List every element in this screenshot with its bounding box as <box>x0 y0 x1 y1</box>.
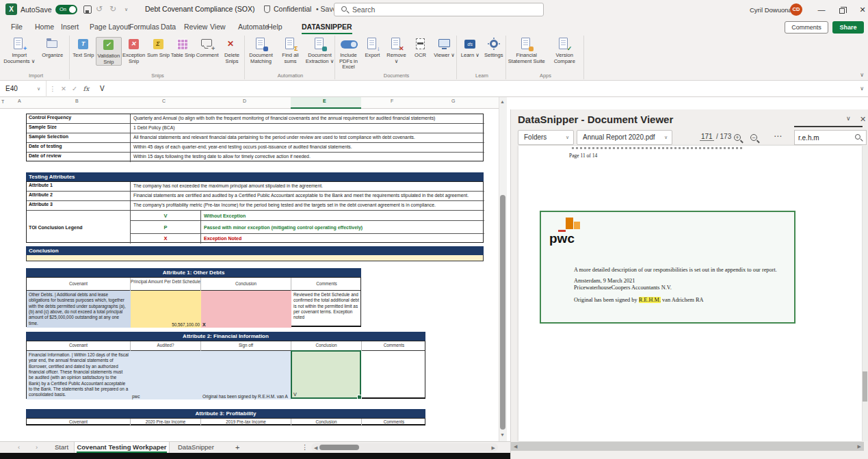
ribbon-comment-button[interactable]: +Comment <box>195 37 220 59</box>
attribute3-table-header[interactable]: Attribute 3: Profitability <box>26 409 425 418</box>
ribbon-validation-snip-button[interactable]: ✓Validation Snip <box>96 37 122 66</box>
zoom-out-icon[interactable]: − <box>750 134 757 141</box>
document-search-input[interactable] <box>798 132 853 143</box>
ribbon-settings-button[interactable]: Settings <box>482 37 506 59</box>
legend-symbol-cell[interactable]: P <box>131 221 201 234</box>
namebox-chevron-icon[interactable]: ∨ <box>37 81 40 97</box>
ribbon-find-all-sums-button[interactable]: ΣFind all sums <box>276 37 305 64</box>
column-header-C[interactable]: C <box>162 99 166 103</box>
comments-cell[interactable] <box>362 351 426 399</box>
share-button[interactable]: Share <box>832 21 864 34</box>
ribbon-tab-page-layout[interactable]: Page Layout <box>90 23 130 31</box>
column-header[interactable]: Sign off <box>201 341 291 351</box>
sheet-tab-start[interactable]: Start <box>55 443 68 451</box>
ribbon-exception-snip-button[interactable]: ✕Exception Snip <box>122 37 146 64</box>
info-label-cell[interactable]: Date of review <box>27 153 131 162</box>
pdf-horizontal-scrollbar[interactable]: ◀ ▶ <box>511 442 864 451</box>
ribbon-document-extraction-button[interactable]: Document Extraction ∨ <box>305 37 334 64</box>
prev-sheet-icon[interactable]: ‹ <box>18 443 20 451</box>
ribbon-organize-button[interactable]: Organize <box>36 37 70 59</box>
tabbar-dots-icon[interactable]: ⋮ <box>302 443 308 451</box>
legend-meaning-cell[interactable]: Passed with minor exception (mitigating … <box>201 221 484 234</box>
info-label-cell[interactable]: Control Frequency <box>27 114 131 124</box>
name-box[interactable]: E40∨ <box>0 81 47 97</box>
conclusion-cell[interactable]: X <box>201 291 291 328</box>
legend-symbol-cell[interactable]: X <box>131 234 201 244</box>
ribbon-tab-formulas[interactable]: Formulas <box>129 23 159 31</box>
panel-collapse-icon[interactable]: ∨ <box>846 115 851 122</box>
confirm-entry-icon[interactable]: ✓ <box>70 81 79 97</box>
expand-formula-bar-icon[interactable]: ∨ <box>860 81 864 97</box>
selected-cell-E40[interactable]: V <box>291 350 361 399</box>
column-header-E[interactable]: E <box>323 99 326 103</box>
ribbon-import-documents-button[interactable]: +Import Documents ∨ <box>3 37 36 64</box>
column-header[interactable]: Covenant <box>27 419 131 426</box>
attribute-label-cell[interactable]: Attribute 3 <box>27 201 131 211</box>
covenant-cell[interactable]: Other Debts. | Additional debts and leas… <box>27 291 131 328</box>
ribbon-ocr-button[interactable]: OCR <box>408 37 432 59</box>
ribbon-financial-statement-suite-button[interactable]: Financial Statement Suite <box>508 37 546 64</box>
info-value-cell[interactable]: All financial statements and relevant fi… <box>131 133 484 143</box>
ribbon-table-snip-button[interactable]: Table Snip <box>170 37 195 59</box>
covenant-cell[interactable]: Financial Information. | Within 120 days… <box>27 351 131 399</box>
column-header[interactable]: Comments <box>362 419 426 426</box>
redo-icon[interactable]: ↻ <box>109 4 116 14</box>
ribbon-tab-review[interactable]: Review <box>184 23 207 31</box>
sheet-hscroll-thumb[interactable] <box>319 445 359 450</box>
comments-button[interactable]: Comments <box>785 21 828 34</box>
document-dropdown[interactable]: Annual Report 2020.pdf∨ <box>577 130 672 145</box>
attribute1-table[interactable]: Covenant Principal Amount Per Debt Sched… <box>26 277 361 327</box>
testing-attributes-header[interactable]: Testing Attributes <box>26 172 484 181</box>
column-header[interactable]: Principal Amount Per Debt Schedule <box>131 278 201 291</box>
ribbon-version-compare-button[interactable]: ✓Version Compare <box>546 37 584 64</box>
undo-icon[interactable]: ↺ <box>96 4 103 14</box>
sensitivity-label[interactable]: Confidential <box>274 5 311 13</box>
column-header-G[interactable]: G <box>451 99 455 103</box>
next-sheet-icon[interactable]: › <box>36 443 38 451</box>
autosave-toggle[interactable]: On <box>55 5 77 14</box>
legend-label-cell[interactable]: TOI Conclusion Legend <box>27 211 131 244</box>
attribute3-table[interactable]: Covenant 2020 Pre-tax Income 2019 Pre-ta… <box>26 418 425 425</box>
column-header[interactable]: 2019 Pre-tax Income <box>201 419 291 426</box>
ribbon-document-matching-button[interactable]: Document Matching <box>246 37 276 64</box>
attribute2-table-header[interactable]: Attribute 2: Financial Information <box>26 332 425 341</box>
ribbon-export-button[interactable]: ↓Export <box>360 37 384 59</box>
namebox-dots-icon[interactable]: ⋮ <box>49 81 56 97</box>
scroll-up-icon[interactable]: ▲ <box>500 99 505 104</box>
column-header[interactable]: Conclusion <box>291 419 362 426</box>
scroll-left-icon[interactable]: ◀ <box>514 444 517 449</box>
column-header[interactable]: 2020 Pre-tax Income <box>131 419 201 426</box>
scroll-right-icon[interactable]: ▶ <box>492 445 495 451</box>
formula-content[interactable]: V <box>100 81 105 97</box>
ribbon-tab-automate[interactable]: Automate <box>238 23 269 31</box>
column-header-A[interactable]: A <box>18 99 21 103</box>
quick-access-chevron-icon[interactable]: ∨ <box>124 7 128 12</box>
ribbon-tab-insert[interactable]: Insert <box>61 23 79 31</box>
sheet-tab-datasnipper[interactable]: DataSnipper <box>178 443 214 451</box>
column-header[interactable]: Covenant <box>27 278 131 291</box>
info-label-cell[interactable]: Sample Size <box>27 124 131 133</box>
folders-dropdown[interactable]: Folders∨ <box>518 130 574 145</box>
info-value-cell[interactable]: Within 15 days following the testing dat… <box>131 153 484 162</box>
ribbon-tab-view[interactable]: View <box>210 23 226 31</box>
scroll-down-icon[interactable]: ▼ <box>500 432 505 437</box>
attribute-value-cell[interactable]: The company's profitability metric (Pre-… <box>131 201 484 211</box>
legend-meaning-cell[interactable]: Without Exception <box>201 211 484 221</box>
minimize-button[interactable]: — <box>811 0 832 19</box>
sign-off-cell[interactable]: Original has been signed by R.E.H.M. van… <box>201 351 291 399</box>
legend-symbol-cell[interactable]: V <box>131 211 201 221</box>
column-header-D[interactable]: D <box>243 99 246 103</box>
ribbon-tab-file[interactable]: File <box>11 23 23 31</box>
panel-close-icon[interactable]: ✕ <box>860 115 866 124</box>
attribute-label-cell[interactable]: Attribute 1 <box>27 182 131 192</box>
info-label-cell[interactable]: Sample Selection <box>27 133 131 143</box>
insert-function-icon[interactable]: fx <box>81 81 92 97</box>
cancel-entry-icon[interactable]: ✕ <box>59 81 68 97</box>
audited-cell[interactable]: pwc <box>131 351 201 399</box>
save-icon[interactable] <box>83 5 92 14</box>
comments-cell[interactable]: Reviewed the Debt Schedule and confirmed… <box>291 291 362 328</box>
pdf-vscroll-thumb[interactable] <box>863 371 867 402</box>
ribbon-delete-snips-button[interactable]: ✕Delete Snips <box>220 37 244 64</box>
ribbon-tab-home[interactable]: Home <box>35 23 54 31</box>
info-value-cell[interactable]: Within 45 days of each quarter-end; year… <box>131 143 484 153</box>
